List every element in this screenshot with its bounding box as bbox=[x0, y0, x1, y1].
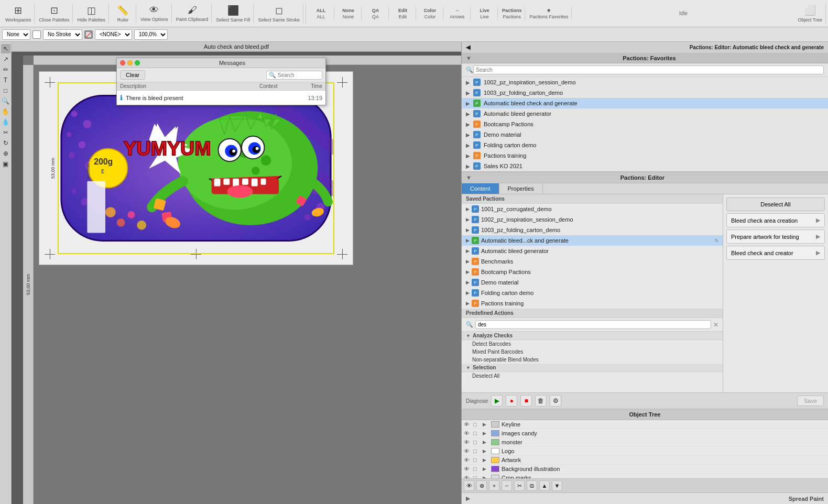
paction-7[interactable]: ▶ P Demo material bbox=[462, 277, 723, 288]
non-separable-blend-modes[interactable]: Non-separable Blend Modes bbox=[462, 356, 723, 364]
ot-visibility-4[interactable]: 👁 bbox=[464, 457, 471, 463]
record-button[interactable]: ● bbox=[506, 395, 517, 407]
clear-button[interactable]: Clear bbox=[120, 70, 145, 80]
analyze-checks-header[interactable]: ▼ Analyze Checks bbox=[462, 332, 723, 340]
rotate-tool[interactable]: ↻ bbox=[1, 138, 10, 148]
paction-6[interactable]: ▶ P Bootcamp Pactions bbox=[462, 267, 723, 277]
bleed-check-creator-button[interactable]: Bleed check and creator ▶ bbox=[726, 246, 825, 260]
ot-row-1[interactable]: 👁 □ ▶ images candy bbox=[462, 429, 828, 438]
ot-row-2[interactable]: 👁 □ ▶ monster bbox=[462, 438, 828, 447]
ot-copy-btn[interactable]: ⧉ bbox=[527, 480, 537, 491]
tab-properties[interactable]: Properties bbox=[499, 183, 543, 194]
stroke-select[interactable]: No Stroke bbox=[43, 29, 82, 40]
spread-paint-arrow[interactable]: ▶ bbox=[466, 495, 470, 502]
fav-panel-arrow[interactable]: ▼ bbox=[466, 55, 472, 61]
paction-0[interactable]: ▶ P 1001_pz_corrugated_demo bbox=[462, 204, 723, 214]
select-same-stroke-btn[interactable]: ◻ Select Same Stroke bbox=[255, 4, 303, 24]
fav-item-7[interactable]: ▶ P Pactions training bbox=[462, 150, 828, 161]
edit-btn[interactable]: Edit Edit bbox=[390, 7, 416, 20]
ot-row-6[interactable]: 👁 □ ▶ Crop marks bbox=[462, 474, 828, 478]
view-options-btn[interactable]: 👁 View Options bbox=[137, 4, 172, 23]
paction-1[interactable]: ▶ P 1002_pz_inspiration_session_demo bbox=[462, 214, 723, 225]
tab-content[interactable]: Content bbox=[462, 183, 499, 194]
fav-item-1[interactable]: ▶ P 1003_pz_folding_carton_demo bbox=[462, 87, 828, 98]
bleed-check-area-button[interactable]: Bleed check area creation ▶ bbox=[726, 213, 825, 227]
select-tool[interactable]: ↖ bbox=[1, 44, 10, 53]
play-button[interactable]: ▶ bbox=[491, 395, 503, 407]
ot-expand-2[interactable]: ▶ bbox=[483, 440, 489, 445]
ot-view-btn[interactable]: 👁 bbox=[464, 480, 474, 491]
eyedropper-tool[interactable]: 💧 bbox=[1, 117, 10, 127]
pen-tool[interactable]: ✏ bbox=[1, 65, 10, 74]
color-btn[interactable]: Color Color bbox=[417, 7, 443, 20]
blend-tool[interactable]: ⊕ bbox=[1, 149, 10, 158]
paction-2[interactable]: ▶ P 1003_pz_folding_carton_demo bbox=[462, 225, 723, 235]
ot-visibility-1[interactable]: 👁 bbox=[464, 430, 471, 436]
messages-search-input[interactable] bbox=[278, 72, 320, 78]
workspaces-btn[interactable]: ⊞ Workspaces bbox=[2, 4, 35, 24]
ot-row-4[interactable]: 👁 □ ▶ Artwork bbox=[462, 456, 828, 465]
paction-5[interactable]: ▶ P Benchmarks bbox=[462, 256, 723, 267]
scissors-tool[interactable]: ✂ bbox=[1, 128, 10, 137]
hide-palettes-btn[interactable]: ◫ Hide Palettes bbox=[74, 4, 109, 24]
settings-button[interactable]: ⚙ bbox=[550, 395, 561, 407]
ot-row-5[interactable]: 👁 □ ▶ Background illustration bbox=[462, 465, 828, 474]
shape-tool[interactable]: □ bbox=[1, 86, 10, 95]
ot-cut-btn[interactable]: ✂ bbox=[514, 480, 525, 491]
selection-header[interactable]: ▼ Selection bbox=[462, 364, 723, 372]
fav-item-0[interactable]: ▶ P 1002_pz_inspiration_session_demo bbox=[462, 77, 828, 87]
minimize-btn[interactable] bbox=[127, 60, 133, 65]
ot-visibility-0[interactable]: 👁 bbox=[464, 421, 471, 428]
ot-expand-0[interactable]: ▶ bbox=[483, 422, 489, 427]
paction-8[interactable]: ▶ P Folding carton demo bbox=[462, 288, 723, 298]
paction-9[interactable]: ▶ P Pactions training bbox=[462, 298, 723, 309]
select-same-fill-btn[interactable]: ⬛ Select Same Fill bbox=[213, 4, 254, 24]
ot-visibility-3[interactable]: 👁 bbox=[464, 448, 471, 454]
ot-visibility-5[interactable]: 👁 bbox=[464, 466, 471, 472]
ot-add-btn[interactable]: + bbox=[489, 480, 499, 491]
ot-remove-btn[interactable]: − bbox=[502, 480, 512, 491]
search-clear-btn[interactable]: ✕ bbox=[713, 321, 718, 328]
close-btn[interactable] bbox=[120, 60, 125, 65]
zoom-select[interactable]: 100,0% bbox=[134, 29, 168, 40]
type-tool[interactable]: T bbox=[1, 75, 10, 85]
fav-item-3[interactable]: ▶ P Automatic bleed generator bbox=[462, 108, 828, 119]
none-btn[interactable]: None None bbox=[335, 7, 362, 20]
hand-tool[interactable]: ✋ bbox=[1, 107, 10, 116]
ot-expand-3[interactable]: ▶ bbox=[483, 448, 489, 454]
deselect-all-button[interactable]: Deselect All bbox=[726, 198, 825, 211]
maximize-btn[interactable] bbox=[135, 60, 140, 65]
live-btn[interactable]: Live Live bbox=[472, 7, 498, 20]
paction-3[interactable]: ▶ P Automatic bleed...ck and generate ✎ bbox=[462, 235, 723, 246]
ruler-btn[interactable]: 📏 Ruler bbox=[110, 4, 136, 24]
deselect-all-item[interactable]: Deselect All bbox=[462, 372, 723, 380]
none-select[interactable]: <NONE> bbox=[95, 29, 132, 40]
ot-visibility-2[interactable]: 👁 bbox=[464, 439, 471, 445]
direct-select-tool[interactable]: ↗ bbox=[1, 54, 10, 64]
delete-button[interactable]: 🗑 bbox=[535, 395, 547, 407]
stop-button[interactable]: ■ bbox=[520, 395, 532, 407]
fav-item-5[interactable]: ▶ P Demo material bbox=[462, 129, 828, 140]
ot-expand-1[interactable]: ▶ bbox=[483, 431, 489, 436]
ot-row-0[interactable]: 👁 □ ▶ Keyline bbox=[462, 420, 828, 429]
close-palettes-btn[interactable]: ⊡ Close Palettes bbox=[36, 4, 73, 24]
fav-item-2[interactable]: ▶ P Automatic bleed check and generate bbox=[462, 98, 828, 108]
fill-select[interactable]: None bbox=[2, 29, 30, 40]
detect-barcodes[interactable]: Detect Barcodes bbox=[462, 340, 723, 348]
editor-panel-arrow[interactable]: ▼ bbox=[466, 174, 472, 181]
prepare-artwork-button[interactable]: Prepare artwork for testing ▶ bbox=[726, 229, 825, 244]
save-button[interactable]: Save bbox=[797, 396, 824, 406]
gradient-tool[interactable]: ▣ bbox=[1, 159, 10, 169]
paction-edit-icon[interactable]: ✎ bbox=[714, 238, 718, 244]
object-tree-btn[interactable]: ⬜ Object Tree bbox=[794, 4, 826, 24]
fav-item-8[interactable]: ▶ P Sales KO 2021 bbox=[462, 161, 828, 171]
mixed-paint-barcodes[interactable]: Mixed Paint Barcodes bbox=[462, 348, 723, 356]
pactions-favorites-btn[interactable]: ★ Pactions Favorites bbox=[526, 7, 572, 20]
paint-clipboard-btn[interactable]: 🖌 Paint Clipboard bbox=[173, 4, 212, 23]
panel-arrow-left[interactable]: ◀ bbox=[466, 44, 470, 51]
qa-btn[interactable]: QA QA bbox=[363, 7, 389, 20]
all-btn[interactable]: ALL ALL bbox=[308, 7, 334, 20]
ot-visibility-6[interactable]: 👁 bbox=[464, 475, 471, 478]
paction-4[interactable]: ▶ P Automatic bleed generator bbox=[462, 246, 723, 256]
ot-target-btn[interactable]: ⊕ bbox=[476, 480, 487, 491]
